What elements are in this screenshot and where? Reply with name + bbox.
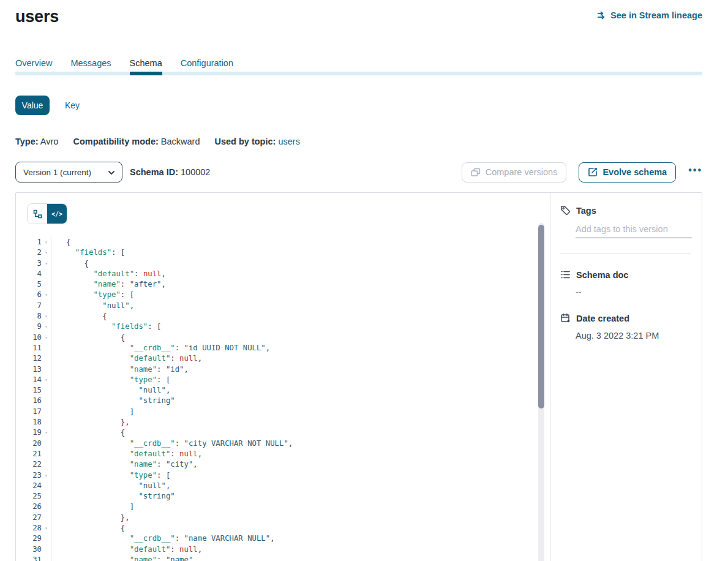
see-in-stream-lineage-link[interactable]: See in Stream lineage bbox=[596, 10, 702, 20]
schema-type: Type: Avro bbox=[15, 137, 58, 146]
fold-toggle-icon[interactable]: ▾ bbox=[42, 311, 51, 322]
code-line: 10▾ { bbox=[27, 333, 550, 343]
code-line: 15 "null", bbox=[27, 385, 550, 396]
fold-toggle-icon[interactable]: ▾ bbox=[42, 333, 51, 343]
line-number: 10 bbox=[27, 333, 42, 343]
code-line: 6▾ "type": [ bbox=[27, 290, 550, 300]
tab-messages[interactable]: Messages bbox=[70, 57, 111, 69]
code-view-button[interactable]: </> bbox=[47, 204, 67, 224]
used-by-topic-link[interactable]: users bbox=[278, 137, 299, 146]
fold-spacer bbox=[42, 353, 51, 364]
line-number: 24 bbox=[27, 481, 42, 491]
value-toggle-button[interactable]: Value bbox=[15, 96, 50, 115]
fold-spacer bbox=[42, 364, 51, 375]
line-number: 14 bbox=[27, 375, 42, 385]
line-number: 25 bbox=[27, 491, 42, 502]
code-line: 13 "name": "id", bbox=[27, 364, 550, 375]
date-created-heading-label: Date created bbox=[576, 314, 629, 323]
calendar-icon bbox=[560, 313, 571, 323]
fold-toggle-icon[interactable]: ▾ bbox=[42, 470, 51, 481]
code-text: "null", bbox=[51, 481, 550, 491]
code-line: 1▾{ bbox=[27, 237, 550, 247]
fold-spacer bbox=[42, 279, 51, 290]
code-text: { bbox=[51, 523, 550, 533]
fold-toggle-icon[interactable]: ▾ bbox=[42, 237, 51, 247]
code-text: ] bbox=[51, 502, 550, 512]
editor-scrollbar-track[interactable] bbox=[538, 223, 544, 561]
line-number: 20 bbox=[27, 439, 42, 449]
line-number: 9 bbox=[27, 322, 42, 332]
key-toggle-button[interactable]: Key bbox=[65, 100, 80, 110]
stream-lineage-icon bbox=[596, 10, 606, 20]
fold-spacer bbox=[42, 491, 51, 502]
code-text: "null", bbox=[51, 301, 550, 311]
line-number: 11 bbox=[27, 343, 42, 353]
code-text: "default": null, bbox=[51, 544, 550, 555]
code-line: 19▾ { bbox=[27, 427, 550, 438]
editor-scrollbar-thumb[interactable] bbox=[538, 225, 544, 409]
more-options-button[interactable]: ••• bbox=[688, 163, 702, 181]
fold-spacer bbox=[42, 396, 51, 406]
fold-spacer bbox=[42, 449, 51, 459]
fold-spacer bbox=[42, 439, 51, 449]
code-text: "null", bbox=[51, 385, 550, 396]
code-line: 3▾ { bbox=[27, 258, 550, 269]
fold-spacer bbox=[42, 407, 51, 417]
date-created-value: Aug. 3 2022 3:21 PM bbox=[576, 331, 691, 341]
code-line: 12 "default": null, bbox=[27, 353, 550, 364]
compare-versions-label: Compare versions bbox=[486, 167, 558, 177]
compare-versions-icon bbox=[471, 168, 481, 177]
fold-toggle-icon[interactable]: ▾ bbox=[42, 375, 51, 385]
fold-toggle-icon[interactable]: ▾ bbox=[42, 427, 51, 438]
compare-versions-button[interactable]: Compare versions bbox=[462, 162, 567, 183]
fold-toggle-icon[interactable]: ▾ bbox=[42, 290, 51, 300]
line-number: 29 bbox=[27, 533, 42, 544]
fold-toggle-icon[interactable]: ▾ bbox=[42, 322, 51, 332]
version-select-value: Version 1 (current) bbox=[23, 168, 91, 177]
fold-spacer bbox=[42, 417, 51, 427]
tree-view-button[interactable] bbox=[28, 204, 47, 224]
code-text: "__crdb__": "id UUID NOT NULL", bbox=[51, 343, 550, 353]
add-tags-input[interactable] bbox=[576, 216, 692, 238]
code-line: 16 "string" bbox=[27, 396, 550, 406]
code-line: 27 }, bbox=[27, 513, 550, 523]
line-number: 26 bbox=[27, 502, 42, 512]
code-text: "type": [ bbox=[51, 470, 550, 481]
schema-code-editor[interactable]: 1▾{2▾ "fields": [3▾ {4 "default": null,5… bbox=[27, 237, 550, 561]
fold-spacer bbox=[42, 502, 51, 512]
code-text: }, bbox=[51, 417, 550, 427]
fold-toggle-icon[interactable]: ▾ bbox=[42, 523, 51, 533]
code-line: 31 "name": "name", bbox=[27, 555, 550, 561]
line-number: 27 bbox=[27, 513, 42, 523]
code-line: 9▾ "fields": [ bbox=[27, 322, 550, 332]
line-number: 18 bbox=[27, 417, 42, 427]
code-line: 26 ] bbox=[27, 502, 550, 512]
tab-configuration[interactable]: Configuration bbox=[181, 57, 233, 69]
tag-icon bbox=[560, 205, 571, 216]
fold-spacer bbox=[42, 513, 51, 523]
tab-overview[interactable]: Overview bbox=[15, 57, 52, 69]
compatibility-mode-value: Backward bbox=[161, 137, 200, 146]
code-line: 7 "null", bbox=[27, 301, 550, 311]
line-number: 8 bbox=[27, 311, 42, 322]
code-text: "fields": [ bbox=[51, 322, 550, 332]
used-by-topic-label: Used by topic: bbox=[214, 137, 276, 146]
editor-view-toggle: </> bbox=[27, 203, 67, 224]
schema-actions: Compare versions Evolve schema ••• bbox=[462, 162, 702, 183]
fold-toggle-icon[interactable]: ▾ bbox=[42, 247, 51, 258]
code-text: { bbox=[51, 427, 550, 438]
code-line: 4 "default": null, bbox=[27, 269, 550, 279]
list-icon bbox=[560, 269, 571, 280]
version-select[interactable]: Version 1 (current) bbox=[15, 162, 122, 183]
evolve-schema-button[interactable]: Evolve schema bbox=[579, 162, 676, 183]
tab-schema[interactable]: Schema bbox=[130, 57, 162, 69]
code-text: { bbox=[51, 237, 550, 247]
tags-heading-label: Tags bbox=[576, 206, 596, 216]
tags-section-heading: Tags bbox=[560, 205, 691, 216]
code-text: "__crdb__": "city VARCHAR NOT NULL", bbox=[51, 439, 550, 449]
line-number: 12 bbox=[27, 353, 42, 364]
code-line: 25 "string" bbox=[27, 491, 550, 502]
line-number: 28 bbox=[27, 523, 42, 533]
fold-toggle-icon[interactable]: ▾ bbox=[42, 258, 51, 269]
code-line: 18 }, bbox=[27, 417, 550, 427]
